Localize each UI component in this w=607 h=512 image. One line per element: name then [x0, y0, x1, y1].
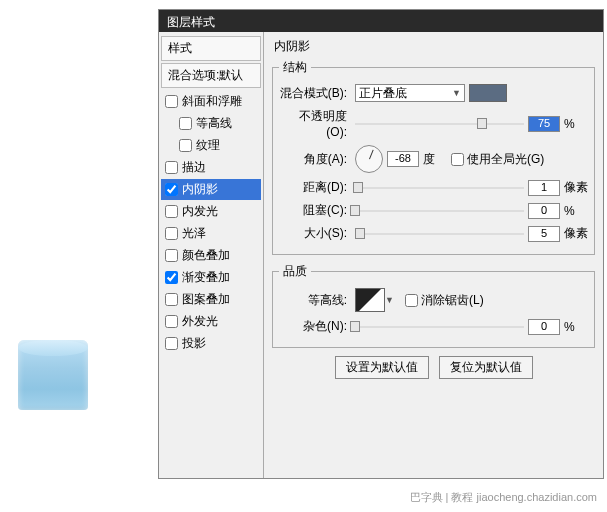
effect-item[interactable]: 光泽 [161, 223, 261, 244]
chevron-down-icon: ▼ [385, 295, 394, 305]
dialog-titlebar: 图层样式 [159, 10, 603, 32]
global-light-checkbox[interactable]: 使用全局光(G) [451, 151, 544, 168]
contour-label: 等高线: [279, 292, 351, 309]
noise-input[interactable]: 0 [528, 319, 560, 335]
effect-label: 内发光 [182, 203, 218, 220]
effect-checkbox[interactable] [179, 117, 192, 130]
effect-checkbox[interactable] [165, 315, 178, 328]
layer-preview [18, 340, 88, 410]
effect-label: 渐变叠加 [182, 269, 230, 286]
choke-label: 阻塞(C): [279, 202, 351, 219]
effect-checkbox[interactable] [165, 293, 178, 306]
size-slider[interactable] [355, 227, 524, 241]
antialias-checkbox[interactable]: 消除锯齿(L) [405, 292, 484, 309]
effect-label: 描边 [182, 159, 206, 176]
quality-group: 品质 等高线: ▼ 消除锯齿(L) 杂色(N): 0 % [272, 263, 595, 348]
shadow-color-swatch[interactable] [469, 84, 507, 102]
blend-mode-value: 正片叠底 [359, 85, 407, 102]
layer-style-dialog: 图层样式 样式 混合选项:默认 斜面和浮雕等高线纹理描边内阴影内发光光泽颜色叠加… [158, 9, 604, 479]
set-default-button[interactable]: 设置为默认值 [335, 356, 429, 379]
global-light-label: 使用全局光(G) [467, 151, 544, 168]
effect-item[interactable]: 投影 [161, 333, 261, 354]
effect-checkbox[interactable] [165, 95, 178, 108]
effect-checkbox[interactable] [165, 249, 178, 262]
styles-header[interactable]: 样式 [161, 36, 261, 61]
quality-legend: 品质 [279, 263, 311, 280]
effect-label: 光泽 [182, 225, 206, 242]
noise-unit: % [564, 320, 588, 334]
choke-slider[interactable] [355, 204, 524, 218]
effect-checkbox[interactable] [165, 227, 178, 240]
effect-item[interactable]: 等高线 [161, 113, 261, 134]
size-unit: 像素 [564, 225, 588, 242]
effect-item[interactable]: 渐变叠加 [161, 267, 261, 288]
angle-input[interactable]: -68 [387, 151, 419, 167]
contour-picker[interactable]: ▼ [355, 288, 385, 312]
global-light-input[interactable] [451, 153, 464, 166]
effect-item[interactable]: 斜面和浮雕 [161, 91, 261, 112]
opacity-slider[interactable] [355, 117, 524, 131]
effect-item[interactable]: 颜色叠加 [161, 245, 261, 266]
choke-unit: % [564, 204, 588, 218]
distance-unit: 像素 [564, 179, 588, 196]
angle-unit: 度 [423, 151, 447, 168]
angle-dial[interactable] [355, 145, 383, 173]
panel-title: 内阴影 [272, 38, 595, 55]
structure-legend: 结构 [279, 59, 311, 76]
blend-mode-select[interactable]: 正片叠底 ▼ [355, 84, 465, 102]
dialog-title: 图层样式 [167, 15, 215, 29]
effect-item[interactable]: 内阴影 [161, 179, 261, 200]
effect-item[interactable]: 内发光 [161, 201, 261, 222]
watermark: 巴字典 | 教程 jiaocheng.chazidian.com [406, 489, 602, 506]
effect-checkbox[interactable] [165, 161, 178, 174]
size-label: 大小(S): [279, 225, 351, 242]
effect-label: 等高线 [196, 115, 232, 132]
effect-checkbox[interactable] [179, 139, 192, 152]
blend-mode-label: 混合模式(B): [279, 85, 351, 102]
effect-checkbox[interactable] [165, 337, 178, 350]
opacity-label: 不透明度(O): [279, 108, 351, 139]
chevron-down-icon: ▼ [452, 88, 461, 98]
effect-label: 外发光 [182, 313, 218, 330]
styles-sidebar: 样式 混合选项:默认 斜面和浮雕等高线纹理描边内阴影内发光光泽颜色叠加渐变叠加图… [159, 32, 264, 478]
effect-label: 图案叠加 [182, 291, 230, 308]
effect-item[interactable]: 纹理 [161, 135, 261, 156]
distance-label: 距离(D): [279, 179, 351, 196]
effect-item[interactable]: 描边 [161, 157, 261, 178]
blend-options-header[interactable]: 混合选项:默认 [161, 63, 261, 88]
effect-panel: 内阴影 结构 混合模式(B): 正片叠底 ▼ 不透明度(O): 75 % [264, 32, 603, 478]
effect-label: 纹理 [196, 137, 220, 154]
structure-group: 结构 混合模式(B): 正片叠底 ▼ 不透明度(O): 75 % 角 [272, 59, 595, 255]
effect-label: 内阴影 [182, 181, 218, 198]
opacity-input[interactable]: 75 [528, 116, 560, 132]
effect-item[interactable]: 外发光 [161, 311, 261, 332]
antialias-input[interactable] [405, 294, 418, 307]
angle-label: 角度(A): [279, 151, 351, 168]
choke-input[interactable]: 0 [528, 203, 560, 219]
effect-checkbox[interactable] [165, 183, 178, 196]
effect-label: 投影 [182, 335, 206, 352]
noise-slider[interactable] [355, 320, 524, 334]
effect-checkbox[interactable] [165, 205, 178, 218]
reset-default-button[interactable]: 复位为默认值 [439, 356, 533, 379]
distance-input[interactable]: 1 [528, 180, 560, 196]
effect-item[interactable]: 图案叠加 [161, 289, 261, 310]
effect-label: 颜色叠加 [182, 247, 230, 264]
distance-slider[interactable] [355, 181, 524, 195]
noise-label: 杂色(N): [279, 318, 351, 335]
effect-label: 斜面和浮雕 [182, 93, 242, 110]
opacity-unit: % [564, 117, 588, 131]
antialias-label: 消除锯齿(L) [421, 292, 484, 309]
size-input[interactable]: 5 [528, 226, 560, 242]
effect-checkbox[interactable] [165, 271, 178, 284]
